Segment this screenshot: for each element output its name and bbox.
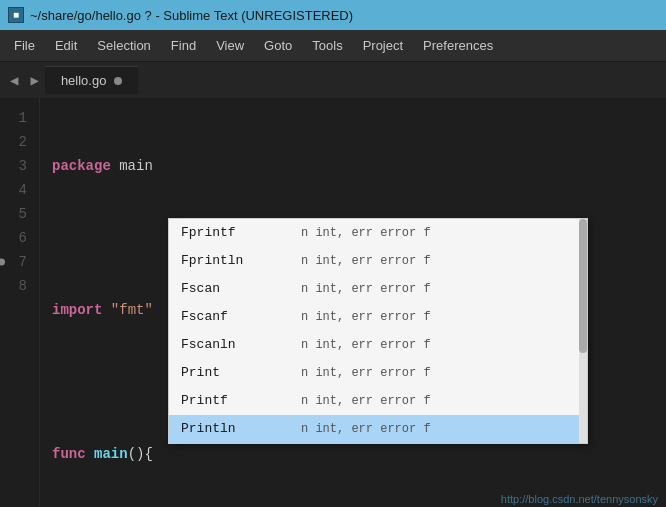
autocomplete-scrollbar-thumb (579, 219, 587, 353)
tab-bar: ◀ ▶ hello.go (0, 62, 666, 98)
autocomplete-sig: n int, err error f (301, 250, 431, 272)
tab-prev-button[interactable]: ◀ (4, 72, 24, 89)
autocomplete-sig: n int, err error f (301, 306, 431, 328)
line-num-2: 2 (12, 130, 27, 154)
line-num-7: 7 (12, 250, 27, 274)
line-num-5: 5 (12, 202, 27, 226)
autocomplete-name: Println (181, 418, 301, 440)
menu-view[interactable]: View (206, 34, 254, 57)
tab-next-button[interactable]: ▶ (24, 72, 44, 89)
autocomplete-scrollbar[interactable] (579, 219, 587, 443)
autocomplete-name: Fscan (181, 278, 301, 300)
editor: 1 2 3 4 5 6 7 8 package main import "fmt… (0, 98, 666, 507)
menu-goto[interactable]: Goto (254, 34, 302, 57)
autocomplete-name: Printf (181, 390, 301, 412)
watermark: http://blog.csdn.net/tennysonsky (501, 493, 658, 505)
menu-file[interactable]: File (4, 34, 45, 57)
autocomplete-item-fscan[interactable]: Fscan n int, err error f (169, 275, 587, 303)
autocomplete-dropdown: Fprintf n int, err error f Fprintln n in… (168, 218, 588, 444)
tab-modified-indicator (114, 77, 122, 85)
menu-project[interactable]: Project (353, 34, 413, 57)
autocomplete-sig: n int, err error f (301, 418, 431, 440)
line-num-1: 1 (12, 106, 27, 130)
menu-preferences[interactable]: Preferences (413, 34, 503, 57)
tab-hello-go[interactable]: hello.go (45, 66, 139, 94)
autocomplete-item-fscanf[interactable]: Fscanf n int, err error f (169, 303, 587, 331)
autocomplete-name: Fprintln (181, 250, 301, 272)
autocomplete-sig: n int, err error f (301, 222, 431, 244)
autocomplete-sig: n int, err error f (301, 334, 431, 356)
autocomplete-item-fprintln[interactable]: Fprintln n int, err error f (169, 247, 587, 275)
line-num-3: 3 (12, 154, 27, 178)
autocomplete-name: Fscanf (181, 306, 301, 328)
autocomplete-item-fprintf[interactable]: Fprintf n int, err error f (169, 219, 587, 247)
line-numbers: 1 2 3 4 5 6 7 8 (0, 98, 40, 507)
menu-selection[interactable]: Selection (87, 34, 160, 57)
autocomplete-name: Print (181, 362, 301, 384)
line-num-6: 6 (12, 226, 27, 250)
autocomplete-sig: n int, err error f (301, 278, 431, 300)
autocomplete-sig: n int, err error f (301, 390, 431, 412)
line-num-8: 8 (12, 274, 27, 298)
menu-edit[interactable]: Edit (45, 34, 87, 57)
autocomplete-item-println[interactable]: Println n int, err error f (169, 415, 587, 443)
app-icon: ■ (8, 7, 24, 23)
menu-bar: File Edit Selection Find View Goto Tools… (0, 30, 666, 62)
code-line-5: func main(){ (52, 442, 654, 466)
line-num-4: 4 (12, 178, 27, 202)
autocomplete-item-print[interactable]: Print n int, err error f (169, 359, 587, 387)
autocomplete-name: Fprintf (181, 222, 301, 244)
autocomplete-item-fscanln[interactable]: Fscanln n int, err error f (169, 331, 587, 359)
autocomplete-name: Fscanln (181, 334, 301, 356)
menu-tools[interactable]: Tools (302, 34, 352, 57)
menu-find[interactable]: Find (161, 34, 206, 57)
title-bar: ■ ~/share/go/hello.go ? - Sublime Text (… (0, 0, 666, 30)
autocomplete-item-printf[interactable]: Printf n int, err error f (169, 387, 587, 415)
tab-label: hello.go (61, 73, 107, 88)
code-line-1: package main (52, 154, 654, 178)
title-text: ~/share/go/hello.go ? - Sublime Text (UN… (30, 8, 353, 23)
autocomplete-sig: n int, err error f (301, 362, 431, 384)
